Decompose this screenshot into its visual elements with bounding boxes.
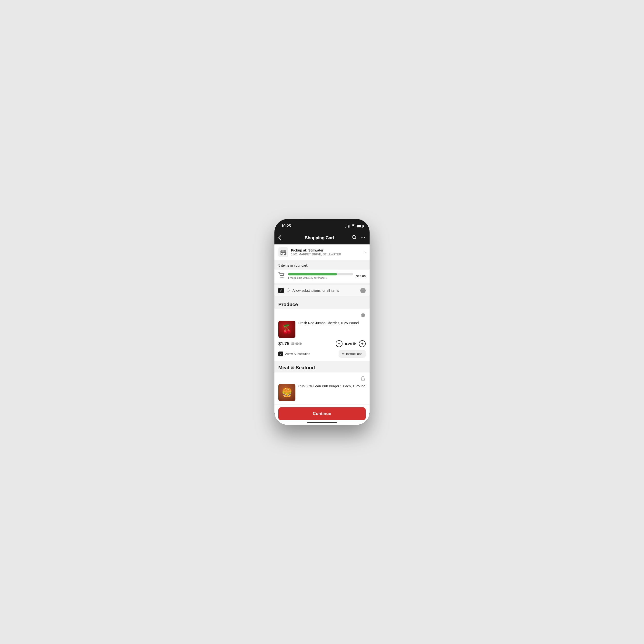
status-icons bbox=[345, 224, 363, 228]
burger-product-card: Cub 80% Lean Pub Burger 1 Each, 1 Pound bbox=[274, 372, 370, 404]
search-icon[interactable] bbox=[352, 235, 357, 241]
notch bbox=[307, 219, 337, 226]
continue-button[interactable]: Continue bbox=[278, 407, 366, 420]
svg-rect-2 bbox=[282, 253, 284, 255]
substitution-all-label: Allow substitutions for all items bbox=[292, 289, 358, 292]
burger-product-image bbox=[278, 384, 295, 401]
nav-actions: ••• bbox=[352, 235, 366, 241]
delete-cherry-button[interactable] bbox=[360, 312, 366, 319]
delete-row bbox=[278, 312, 366, 319]
produce-section-header: Produce bbox=[274, 298, 370, 309]
cherry-product-row: Fresh Red Jumbo Cherries, 0.25 Pound bbox=[278, 321, 366, 338]
produce-title: Produce bbox=[278, 302, 298, 307]
cherry-qty-decrease[interactable]: − bbox=[336, 340, 342, 347]
pickup-address: 1801 MARKET DRIVE, STILLWATER bbox=[291, 253, 364, 256]
home-indicator bbox=[307, 422, 337, 423]
cherry-product-name: Fresh Red Jumbo Cherries, 0.25 Pound bbox=[298, 321, 366, 326]
store-icon bbox=[278, 247, 288, 257]
progress-bar bbox=[288, 273, 353, 275]
burger-product-name: Cub 80% Lean Pub Burger 1 Each, 1 Pound bbox=[298, 384, 366, 389]
status-time: 10:25 bbox=[281, 224, 291, 228]
cherry-price-row: $1.75 $6.99/lb − 0.25 lb + bbox=[278, 340, 366, 347]
instructions-label: Instructions bbox=[346, 352, 362, 356]
delete-burger-button[interactable] bbox=[360, 375, 366, 382]
battery-icon bbox=[357, 225, 363, 228]
svg-rect-5 bbox=[282, 250, 284, 252]
cherry-allow-sub-label: Allow Substitution bbox=[285, 352, 310, 356]
cherry-allow-sub[interactable]: Allow Substitution bbox=[278, 352, 310, 356]
refresh-icon bbox=[286, 288, 290, 293]
progress-label: Free pickup with $35 purchase... bbox=[288, 276, 353, 279]
more-icon[interactable]: ••• bbox=[361, 236, 366, 240]
phone-frame: 10:25 Shop bbox=[274, 219, 370, 425]
cherry-qty-value: 0.25 lb bbox=[345, 342, 356, 346]
cherry-unit-price: $6.99/lb bbox=[291, 342, 302, 345]
svg-rect-3 bbox=[281, 253, 282, 254]
progress-amount: $35.00 bbox=[356, 274, 366, 278]
cherry-allow-sub-checkbox[interactable] bbox=[278, 352, 283, 356]
progress-section: Free pickup with $35 purchase... $35.00 bbox=[274, 270, 370, 283]
wifi-icon bbox=[351, 224, 355, 228]
cherry-product-image bbox=[278, 321, 295, 338]
burger-product-row: Cub 80% Lean Pub Burger 1 Each, 1 Pound bbox=[278, 384, 366, 401]
cart-count: 5 items in your cart. bbox=[278, 263, 308, 267]
pickup-info: Pickup at: Stillwater 1801 MARKET DRIVE,… bbox=[291, 248, 364, 256]
cherry-instructions-button[interactable]: ✏ Instructions bbox=[339, 350, 366, 358]
cherry-qty-controls: − 0.25 lb + bbox=[336, 340, 366, 347]
meat-section-header: Meat & Seafood bbox=[274, 362, 370, 372]
svg-point-7 bbox=[282, 277, 283, 278]
cherry-actions-row: Allow Substitution ✏ Instructions bbox=[278, 350, 366, 358]
substitution-all-row[interactable]: Allow substitutions for all items i bbox=[274, 285, 370, 296]
pickup-banner[interactable]: Pickup at: Stillwater 1801 MARKET DRIVE,… bbox=[274, 244, 370, 260]
nav-bar: Shopping Cart ••• bbox=[274, 231, 370, 244]
signal-bars-icon bbox=[345, 225, 350, 228]
progress-container: Free pickup with $35 purchase... bbox=[288, 273, 353, 279]
substitution-all-checkbox[interactable] bbox=[278, 288, 284, 293]
info-icon[interactable]: i bbox=[360, 288, 366, 293]
page-title: Shopping Cart bbox=[287, 235, 352, 241]
svg-point-6 bbox=[281, 277, 282, 278]
burger-delete-row bbox=[278, 375, 366, 382]
cherry-product-card: Fresh Red Jumbo Cherries, 0.25 Pound $1.… bbox=[274, 309, 370, 361]
meat-title: Meat & Seafood bbox=[278, 365, 315, 370]
pencil-icon: ✏ bbox=[342, 352, 345, 356]
scroll-content: Pickup at: Stillwater 1801 MARKET DRIVE,… bbox=[274, 244, 370, 404]
cherry-price: $1.75 bbox=[278, 341, 289, 346]
svg-rect-4 bbox=[284, 253, 285, 254]
cart-icon bbox=[278, 272, 285, 280]
pickup-chevron-icon: › bbox=[364, 250, 366, 254]
back-button[interactable] bbox=[278, 235, 287, 241]
pickup-title: Pickup at: Stillwater bbox=[291, 248, 364, 252]
cart-info-section: 5 items in your cart. bbox=[274, 260, 370, 270]
phone-screen: 10:25 Shop bbox=[274, 219, 370, 425]
progress-bar-fill bbox=[288, 273, 337, 275]
cherry-qty-increase[interactable]: + bbox=[359, 340, 366, 347]
